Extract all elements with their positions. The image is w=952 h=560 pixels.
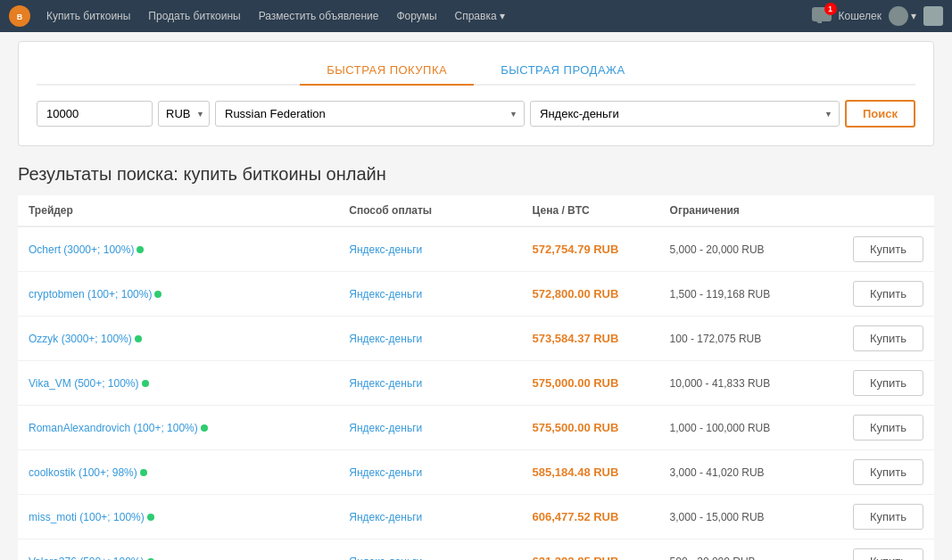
settings-icon[interactable] xyxy=(923,6,943,26)
trader-link-5[interactable]: coolkostik (100+; 98%) xyxy=(29,466,137,479)
table-body: Ochert (3000+; 100%) Яндекс-деньги 572,7… xyxy=(18,226,934,560)
action-cell-6: Купить xyxy=(842,495,934,539)
results-title: Результаты поиска: купить биткоины онлай… xyxy=(18,164,934,185)
amount-input[interactable] xyxy=(37,101,153,127)
trader-link-2[interactable]: Ozzyk (3000+; 100%) xyxy=(29,333,132,345)
col-header-limits: Ограничения xyxy=(659,195,842,226)
payment-cell-5: Яндекс-деньги xyxy=(338,450,521,495)
svg-marker-3 xyxy=(816,21,822,23)
price-cell-0: 572,754.79 RUB xyxy=(522,226,659,272)
limits-cell-1: 1,500 - 119,168 RUB xyxy=(659,272,842,317)
nav-forums[interactable]: Форумы xyxy=(389,6,443,26)
messages-button[interactable]: 1 xyxy=(812,7,832,26)
tab-quick-sell[interactable]: БЫСТРАЯ ПРОДАЖА xyxy=(474,56,652,86)
online-indicator xyxy=(135,335,142,342)
limits-cell-2: 100 - 172,075 RUB xyxy=(659,317,842,361)
country-select[interactable]: Russian Federation United States Germany xyxy=(215,101,525,127)
payment-method-1: Яндекс-деньги xyxy=(349,288,422,301)
trader-cell-6: miss_moti (100+; 100%) xyxy=(18,495,338,539)
action-cell-5: Купить xyxy=(842,450,934,495)
payment-select[interactable]: Яндекс-деньги QIWI Сбербанк xyxy=(530,101,840,127)
limits-cell-0: 5,000 - 20,000 RUB xyxy=(659,226,842,272)
nav-sell-bitcoin[interactable]: Продать биткоины xyxy=(141,6,247,26)
trader-link-6[interactable]: miss_moti (100+; 100%) xyxy=(29,511,145,523)
trader-cell-2: Ozzyk (3000+; 100%) xyxy=(18,317,338,361)
trader-link-0[interactable]: Ochert (3000+; 100%) xyxy=(29,243,134,256)
payment-cell-7: Яндекс-деньги xyxy=(338,539,521,561)
search-button[interactable]: Поиск xyxy=(845,100,915,128)
buy-button-5[interactable]: Купить xyxy=(853,459,923,485)
limits-cell-5: 3,000 - 41,020 RUB xyxy=(659,450,842,495)
buy-button-4[interactable]: Купить xyxy=(853,415,923,441)
currency-wrapper: RUB USD EUR xyxy=(158,101,210,127)
trader-link-7[interactable]: Valera376 (500+; 100%) xyxy=(29,556,145,560)
search-box: БЫСТРАЯ ПОКУПКА БЫСТРАЯ ПРОДАЖА RUB USD … xyxy=(18,41,934,146)
limits-value-7: 500 - 30,000 RUB xyxy=(670,556,756,560)
price-value-5: 585,184.48 RUB xyxy=(533,465,619,479)
table-header: Трейдер Способ оплаты Цена / BTC Огранич… xyxy=(18,195,934,226)
payment-method-5: Яндекс-деньги xyxy=(349,466,422,479)
price-cell-7: 621,292.85 RUB xyxy=(522,539,659,561)
buy-button-6[interactable]: Купить xyxy=(853,504,923,530)
chevron-down-icon: ▾ xyxy=(500,10,505,22)
nav-buy-bitcoin[interactable]: Купить биткоины xyxy=(39,6,137,26)
buy-button-3[interactable]: Купить xyxy=(853,370,923,396)
buy-button-2[interactable]: Купить xyxy=(853,325,923,351)
payment-cell-3: Яндекс-деньги xyxy=(338,361,521,406)
payment-cell-4: Яндекс-деньги xyxy=(338,406,521,450)
price-cell-5: 585,184.48 RUB xyxy=(522,450,659,495)
results-table: Трейдер Способ оплаты Цена / BTC Огранич… xyxy=(18,195,934,560)
user-avatar xyxy=(889,6,908,26)
price-value-6: 606,477.52 RUB xyxy=(533,510,619,523)
wallet-link[interactable]: Кошелек xyxy=(839,10,882,22)
payment-cell-1: Яндекс-деньги xyxy=(338,272,521,317)
buy-button-1[interactable]: Купить xyxy=(853,281,923,307)
price-cell-4: 575,500.00 RUB xyxy=(522,406,659,450)
user-arrow-icon: ▾ xyxy=(911,10,916,22)
payment-method-6: Яндекс-деньги xyxy=(349,511,422,523)
price-value-4: 575,500.00 RUB xyxy=(533,421,619,434)
trader-link-1[interactable]: cryptobmen (100+; 100%) xyxy=(29,288,152,301)
nav-help-dropdown[interactable]: Справка ▾ xyxy=(448,6,512,26)
limits-cell-6: 3,000 - 15,000 RUB xyxy=(659,495,842,539)
main-content: БЫСТРАЯ ПОКУПКА БЫСТРАЯ ПРОДАЖА RUB USD … xyxy=(0,32,952,560)
table-row: miss_moti (100+; 100%) Яндекс-деньги 606… xyxy=(18,495,934,539)
payment-cell-2: Яндекс-деньги xyxy=(338,317,521,361)
payment-method-3: Яндекс-деньги xyxy=(349,377,422,390)
buy-button-0[interactable]: Купить xyxy=(853,236,923,262)
action-cell-2: Купить xyxy=(842,317,934,361)
trader-cell-1: cryptobmen (100+; 100%) xyxy=(18,272,338,317)
svg-text:B: B xyxy=(17,12,23,21)
buy-button-7[interactable]: Купить xyxy=(853,548,923,560)
limits-value-6: 3,000 - 15,000 RUB xyxy=(670,511,765,523)
table-row: coolkostik (100+; 98%) Яндекс-деньги 585… xyxy=(18,450,934,495)
col-header-price: Цена / BTC xyxy=(522,195,659,226)
payment-method-4: Яндекс-деньги xyxy=(349,422,422,434)
table-row: Ochert (3000+; 100%) Яндекс-деньги 572,7… xyxy=(18,226,934,272)
online-indicator xyxy=(154,291,161,298)
currency-select[interactable]: RUB USD EUR xyxy=(158,101,210,127)
price-value-7: 621,292.85 RUB xyxy=(533,555,619,560)
action-cell-4: Купить xyxy=(842,406,934,450)
action-cell-3: Купить xyxy=(842,361,934,406)
trader-link-4[interactable]: RomanAlexandrovich (100+; 100%) xyxy=(29,422,198,434)
col-header-action xyxy=(842,195,934,226)
price-cell-3: 575,000.00 RUB xyxy=(522,361,659,406)
table-row: Ozzyk (3000+; 100%) Яндекс-деньги 573,58… xyxy=(18,317,934,361)
price-value-0: 572,754.79 RUB xyxy=(533,243,619,256)
navbar-right: 1 Кошелек ▾ xyxy=(812,6,944,26)
limits-value-0: 5,000 - 20,000 RUB xyxy=(670,243,765,256)
col-header-trader: Трейдер xyxy=(18,195,338,226)
price-cell-2: 573,584.37 RUB xyxy=(522,317,659,361)
nav-post-ad[interactable]: Разместить объявление xyxy=(252,6,386,26)
user-menu[interactable]: ▾ xyxy=(889,6,916,26)
logo[interactable]: B xyxy=(9,5,30,27)
trader-cell-5: coolkostik (100+; 98%) xyxy=(18,450,338,495)
limits-value-4: 1,000 - 100,000 RUB xyxy=(670,422,771,434)
limits-cell-3: 10,000 - 41,833 RUB xyxy=(659,361,842,406)
table-row: RomanAlexandrovich (100+; 100%) Яндекс-д… xyxy=(18,406,934,450)
payment-method-7: Яндекс-деньги xyxy=(349,556,422,560)
tab-quick-buy[interactable]: БЫСТРАЯ ПОКУПКА xyxy=(300,56,474,86)
trader-link-3[interactable]: Vika_VM (500+; 100%) xyxy=(29,377,139,390)
payment-cell-0: Яндекс-деньги xyxy=(338,226,521,272)
